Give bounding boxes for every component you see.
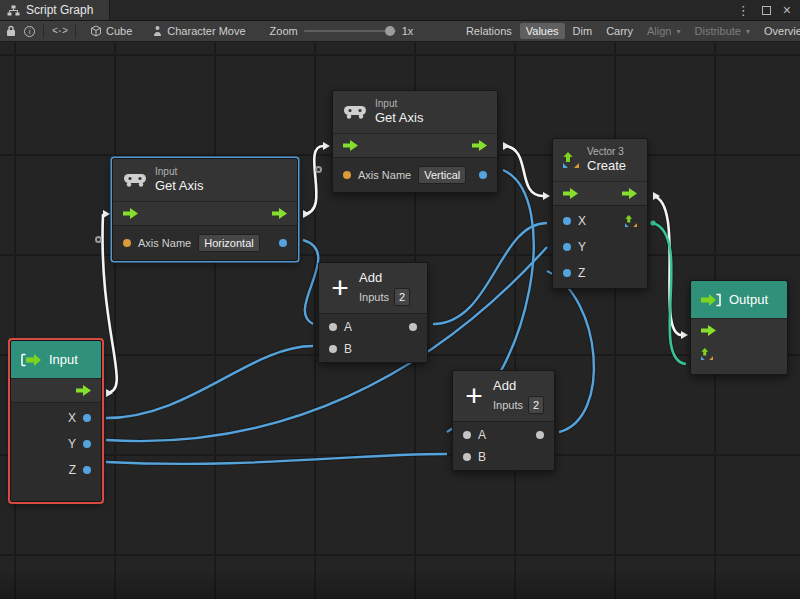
input-b-port[interactable] (329, 345, 337, 353)
zoom-slider-handle[interactable] (385, 26, 395, 36)
string-port[interactable] (123, 239, 131, 247)
flow-in-port[interactable] (701, 325, 716, 336)
wire-value-inputx-to-add1b[interactable] (106, 346, 313, 418)
unity-window: Script Graph ⋮ × i <∙> Cube Character Mo… (0, 0, 800, 599)
sum-out-port[interactable] (409, 323, 417, 331)
axis-name-row: Axis Name Horizontal (113, 228, 297, 258)
node-title: Create (587, 158, 626, 174)
flow-port-row (333, 133, 497, 157)
input-a-port[interactable] (329, 323, 337, 331)
cube-icon (90, 25, 102, 37)
sum-out-port[interactable] (536, 431, 544, 439)
plus-icon: + (463, 384, 485, 408)
value-out-port[interactable] (279, 239, 287, 247)
wire-value-add1-to-vector3x[interactable] (433, 223, 547, 324)
plus-icon: + (329, 276, 351, 300)
port-row-y: Y (553, 234, 647, 260)
node-add-1[interactable]: + Add Inputs2 A B (318, 262, 428, 363)
flow-out-port[interactable] (472, 140, 487, 151)
port-label: Y (578, 240, 586, 254)
node-category: Input (155, 166, 203, 178)
node-input[interactable]: Input X Y Z (10, 340, 102, 502)
unconnected-port-ring[interactable] (315, 166, 322, 173)
flow-in-port[interactable] (563, 188, 578, 199)
tab-bar-spacer (110, 0, 736, 20)
cube-breadcrumb-button[interactable]: Cube (84, 23, 138, 39)
gamepad-icon (123, 172, 147, 187)
node-header[interactable]: Vector 3Create (553, 139, 647, 181)
relations-button[interactable]: Relations (460, 23, 518, 39)
axis-name-field[interactable]: Horizontal (198, 234, 260, 252)
axis-name-field[interactable]: Vertical (418, 166, 466, 184)
wire-flow-getaxisv-to-vector3[interactable] (503, 146, 543, 196)
maximize-icon[interactable] (762, 6, 771, 15)
flow-out-port[interactable] (622, 188, 637, 199)
input-b-port[interactable] (463, 453, 471, 461)
close-icon[interactable]: × (783, 3, 791, 17)
node-add-2[interactable]: + Add Inputs2 A B (452, 370, 555, 471)
overview-button[interactable]: Overview (758, 23, 800, 39)
zoom-label: Zoom (270, 25, 298, 37)
value-out-port[interactable] (479, 171, 487, 179)
vector3-in-port[interactable] (701, 348, 713, 360)
graph-canvas[interactable]: InputGet Axis Axis Name Vertical InputGe… (0, 42, 800, 599)
input-a-port[interactable] (463, 431, 471, 439)
node-get-axis-horizontal[interactable]: InputGet Axis Axis Name Horizontal (112, 158, 298, 261)
flow-in-port[interactable] (343, 140, 358, 151)
wire-value-horizontal-to-add1a[interactable] (303, 240, 318, 324)
kebab-menu-icon[interactable]: ⋮ (737, 4, 750, 17)
node-header[interactable]: Input (11, 341, 101, 378)
wire-flow-getaxish-to-getaxisv[interactable] (303, 146, 323, 214)
flow-in-port[interactable] (123, 208, 138, 219)
y-out-port[interactable] (83, 440, 91, 448)
wire-vector3-value-to-output[interactable] (653, 223, 686, 364)
port-row-x: X (11, 405, 101, 431)
param-label: Axis Name (358, 169, 411, 181)
z-in-port[interactable] (563, 269, 571, 277)
port-row-b: B (319, 338, 427, 360)
flow-out-port[interactable] (76, 385, 91, 396)
port-label: Z (69, 463, 76, 477)
wire-flow-vector3-to-output[interactable] (653, 196, 681, 335)
node-header[interactable]: Output (691, 281, 787, 318)
wire-value-inputz-to-add2b[interactable] (106, 454, 447, 464)
character-move-label: Character Move (167, 25, 245, 37)
tab-bar: Script Graph ⋮ × (0, 0, 800, 21)
port-label: X (68, 411, 76, 425)
unconnected-port-ring[interactable] (95, 236, 102, 243)
lock-icon[interactable] (6, 25, 16, 37)
tab-script-graph[interactable]: Script Graph (0, 0, 110, 20)
node-output[interactable]: Output (690, 280, 788, 375)
carry-button[interactable]: Carry (600, 23, 639, 39)
node-header[interactable]: InputGet Axis (113, 159, 297, 201)
x-in-port[interactable] (563, 217, 571, 225)
flow-out-port[interactable] (272, 208, 287, 219)
node-footer (11, 483, 101, 499)
value-in-row (691, 342, 787, 366)
inputs-count-field[interactable]: 2 (394, 288, 410, 306)
vector3-out-port[interactable] (625, 215, 637, 227)
node-header[interactable]: + Add Inputs2 (319, 263, 427, 313)
x-out-port[interactable] (83, 414, 91, 422)
node-get-axis-vertical[interactable]: InputGet Axis Axis Name Vertical (332, 90, 498, 193)
info-icon[interactable]: i (24, 26, 35, 37)
toolbar-separator (43, 25, 44, 38)
node-header[interactable]: InputGet Axis (333, 91, 497, 133)
vector3-icon (563, 152, 579, 168)
values-button[interactable]: Values (520, 23, 565, 39)
character-move-breadcrumb-button[interactable]: Character Move (146, 23, 251, 39)
zoom-slider[interactable] (304, 30, 396, 32)
z-out-port[interactable] (83, 466, 91, 474)
port-label: X (578, 214, 586, 228)
distribute-dropdown-button[interactable]: Distribute▾ (689, 23, 756, 39)
align-dropdown-button[interactable]: Align▾ (641, 23, 686, 39)
node-title: Add (359, 270, 410, 285)
string-port[interactable] (343, 171, 351, 179)
dim-button[interactable]: Dim (567, 23, 599, 39)
code-icon[interactable]: <∙> (52, 26, 67, 37)
node-vector3-create[interactable]: Vector 3Create X Y Z (552, 138, 648, 289)
node-header[interactable]: + Add Inputs2 (453, 371, 554, 421)
node-title: Get Axis (375, 110, 423, 126)
y-in-port[interactable] (563, 243, 571, 251)
inputs-count-field[interactable]: 2 (528, 396, 544, 414)
